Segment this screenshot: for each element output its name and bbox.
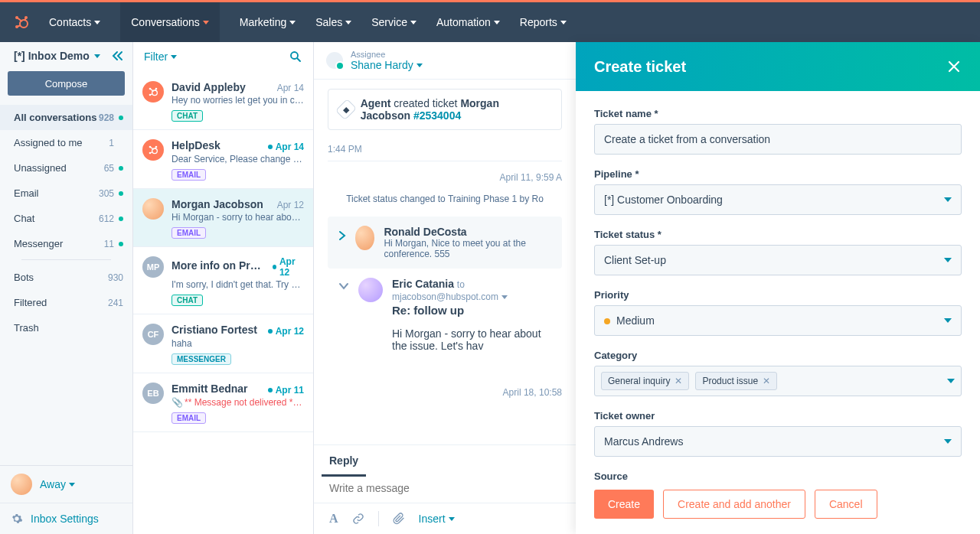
thread-item[interactable]: CFCristiano FortestApr 12hahaMESSENGER	[133, 314, 313, 373]
avatar	[142, 81, 164, 103]
link-icon[interactable]	[352, 513, 364, 525]
ticket-name-label: Ticket name *	[594, 108, 962, 119]
chevron-down-icon	[560, 21, 567, 24]
inbox-settings-link[interactable]: Inbox Settings	[0, 503, 132, 534]
message-collapsed[interactable]: Ronald DeCosta Hi Morgan, Nice to meet y…	[328, 217, 562, 269]
pipeline-label: Pipeline *	[594, 168, 962, 180]
chevron-down-icon	[69, 483, 75, 487]
chevron-down-icon	[416, 63, 423, 67]
thread-name: Emmitt Bednar	[172, 383, 248, 395]
ticket-name-input[interactable]	[594, 124, 962, 155]
reply-area: Reply A Insert	[314, 444, 576, 534]
create-ticket-panel: Create ticket Ticket name * Pipeline * […	[576, 42, 980, 534]
sidebar-item[interactable]: Unassigned65	[0, 155, 132, 181]
sidebar-item-label: Filtered	[14, 297, 47, 308]
avatar	[355, 226, 374, 250]
channel-badge: CHAT	[172, 110, 203, 122]
reply-tab[interactable]: Reply	[314, 445, 374, 476]
nav-conversations[interactable]: Conversations	[131, 16, 209, 28]
ticket-link[interactable]: #2534004	[413, 109, 461, 122]
thread-list: Filter David ApplebyApr 14Hey no worries…	[133, 42, 314, 534]
thread-item[interactable]: David ApplebyApr 14Hey no worries let ge…	[133, 72, 313, 130]
insert-menu[interactable]: Insert	[419, 513, 455, 525]
unread-dot-icon	[119, 166, 123, 171]
thread-name: Morgan Jacobson	[172, 198, 263, 210]
format-text-icon[interactable]: A	[329, 512, 338, 526]
source-label: Source	[594, 471, 962, 480]
pipeline-select[interactable]: [*] Customer Onboarding	[594, 184, 962, 215]
remove-tag-icon[interactable]: ✕	[675, 376, 682, 386]
nav-reports[interactable]: Reports	[520, 16, 567, 28]
avatar	[358, 278, 383, 302]
sidebar-item[interactable]: Assigned to me1	[0, 130, 132, 155]
assignee-picker[interactable]: Shane Hardy	[351, 59, 423, 71]
thread-item[interactable]: MPMore info on Produ…Apr 12I'm sorry, I …	[133, 247, 313, 314]
owner-select[interactable]: Marcus Andrews	[594, 426, 962, 457]
search-button[interactable]	[289, 50, 302, 63]
collapse-sidebar-button[interactable]	[111, 50, 125, 61]
close-icon[interactable]	[946, 59, 962, 74]
user-status-row[interactable]: Away	[0, 466, 132, 503]
thread-item[interactable]: EBEmmitt BednarApr 11📎** Message not del…	[133, 373, 313, 432]
chevron-down-icon	[501, 295, 508, 299]
thread-name: More info on Produ…	[172, 259, 266, 272]
sidebar-item-label: Trash	[14, 322, 39, 334]
attachment-icon[interactable]	[393, 512, 405, 526]
chevron-right-icon[interactable]	[338, 230, 346, 241]
filter-button[interactable]: Filter	[144, 50, 177, 63]
channel-badge: CHAT	[172, 295, 203, 306]
category-select[interactable]: General inquiry✕Product issue✕	[594, 366, 962, 396]
assignee-avatar	[326, 52, 343, 69]
inbox-picker[interactable]: [*] Inbox Demo	[14, 50, 100, 62]
nav-contacts[interactable]: Contacts	[49, 16, 100, 28]
chevron-down-icon	[449, 517, 455, 521]
presence-status[interactable]: Away	[40, 478, 75, 490]
avatar: CF	[142, 324, 164, 345]
compose-button[interactable]: Compose	[8, 71, 125, 96]
sidebar: [*] Inbox Demo Compose All conversations…	[0, 42, 133, 534]
avatar: MP	[142, 256, 164, 278]
sidebar-item[interactable]: Bots930	[0, 265, 132, 290]
nav-marketing[interactable]: Marketing	[240, 16, 296, 28]
conversation-pane: Assignee Shane Hardy ◆ Agent created tic…	[314, 42, 576, 534]
nav-service[interactable]: Service	[371, 16, 416, 28]
cancel-button[interactable]: Cancel	[815, 490, 877, 519]
sidebar-item[interactable]: Chat612	[0, 206, 132, 231]
nav-automation[interactable]: Automation	[436, 16, 500, 28]
thread-date: Apr 12	[268, 326, 304, 337]
create-add-another-button[interactable]: Create and add another	[663, 490, 805, 519]
top-nav: Contacts Conversations Marketing Sales S…	[0, 2, 980, 42]
thread-preview: haha	[172, 338, 304, 349]
tag-label: General inquiry	[608, 376, 670, 386]
sidebar-item-count: 305	[99, 188, 114, 199]
remove-tag-icon[interactable]: ✕	[763, 376, 770, 386]
reply-input[interactable]	[329, 482, 560, 494]
status-select[interactable]: Client Set-up	[594, 245, 962, 275]
unread-dot-icon	[119, 116, 123, 120]
sidebar-item-label: Bots	[14, 272, 34, 283]
thread-date: Apr 14	[277, 83, 304, 93]
nav-sales[interactable]: Sales	[315, 16, 351, 28]
thread-preview: Hey no worries let get you in cont…	[172, 95, 304, 106]
thread-date: Apr 12	[277, 200, 304, 210]
inbox-name: [*] Inbox Demo	[14, 50, 90, 62]
thread-item[interactable]: HelpDeskApr 14Dear Service, Please chang…	[133, 130, 313, 189]
sidebar-item[interactable]: Trash	[0, 315, 132, 340]
thread-item[interactable]: Morgan JacobsonApr 12Hi Morgan - sorry t…	[133, 189, 313, 247]
sidebar-item-label: All conversations	[14, 112, 96, 123]
avatar	[142, 139, 164, 161]
system-event: ◆ Agent created ticket Morgan Jacobson #…	[328, 89, 562, 130]
gear-icon	[11, 513, 23, 525]
thread-name: Cristiano Fortest	[172, 324, 257, 336]
avatar: EB	[142, 383, 164, 404]
sidebar-item[interactable]: All conversations928	[0, 105, 132, 130]
sidebar-item[interactable]: Email305	[0, 181, 132, 206]
sidebar-item[interactable]: Filtered241	[0, 290, 132, 315]
priority-select[interactable]: Medium	[594, 305, 962, 336]
chevron-down-icon	[947, 379, 955, 383]
chevron-down-icon[interactable]	[338, 282, 349, 290]
sidebar-item[interactable]: Messenger11	[0, 231, 132, 256]
chevron-down-icon	[203, 21, 209, 24]
unread-dot-icon	[119, 242, 123, 246]
create-button[interactable]: Create	[594, 490, 654, 519]
